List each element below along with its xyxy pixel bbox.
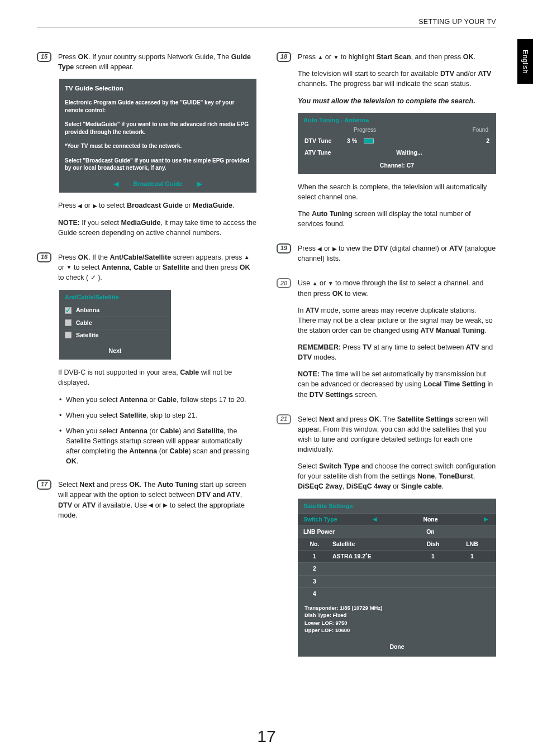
dtv-pct: 3 %: [347, 137, 357, 145]
progress-label: Progress: [354, 126, 376, 135]
step18-p3: You must allow the television to complet…: [298, 96, 496, 106]
progress-bar-icon: [364, 138, 374, 143]
nav-right-icon[interactable]: ▶: [480, 515, 492, 524]
section-header: SETTING UP YOUR TV: [37, 17, 496, 27]
channel-label: Channel: C7: [298, 159, 496, 174]
auto-tuning-title: Auto Tuning - Antenna: [298, 113, 496, 126]
next-button[interactable]: Next: [59, 341, 171, 360]
cable-option[interactable]: Cable: [59, 317, 171, 329]
step15-p2: Press ◀ or ▶ to select Broadcast Guide o…: [58, 200, 256, 210]
step18-p5: The Auto Tuning screen will display the …: [298, 209, 496, 229]
antcable-panel: Ant/Cable/Satellite Antenna Cable Satell…: [59, 290, 171, 360]
language-tab: English: [517, 39, 533, 84]
sat-row-3[interactable]: 3: [298, 575, 496, 587]
tv-guide-line2: Select "MediaGuide" if you want to use t…: [59, 118, 256, 140]
satellite-settings-panel: Satellite Settings Switch Type ◀ None ▶ …: [298, 499, 496, 657]
step17-p1: Select Next and press OK. The Auto Tunin…: [58, 480, 256, 520]
sat-info: Transponder: 1/85 (10729 MHz) Dish Type:…: [298, 600, 496, 638]
step20-p3: REMEMBER: Press TV at any time to select…: [298, 342, 496, 362]
checkbox-icon: [65, 319, 72, 326]
step-badge-15: 15: [37, 52, 51, 62]
nav-left-icon[interactable]: ◀: [369, 515, 380, 524]
page-number: 17: [0, 724, 533, 749]
step21-p2: Select Switch Type and choose the correc…: [298, 461, 496, 491]
step21-p1: Select Next and press OK. The Satellite …: [298, 414, 496, 455]
step16-p1: Press OK. If the Ant/Cable/Satellite scr…: [58, 252, 256, 283]
tv-guide-line4: Select "Broadcast Guide" if you want to …: [59, 155, 256, 176]
step-badge-16: 16: [37, 252, 51, 262]
antenna-option[interactable]: Antenna: [59, 304, 171, 316]
sat-title: Satellite Settings: [298, 499, 496, 513]
atv-label: ATV Tune: [304, 149, 340, 157]
step18-p4: When the search is complete, the televis…: [298, 182, 496, 202]
tv-guide-line3: *Your TV must be connected to the networ…: [59, 140, 256, 155]
tv-guide-panel: TV Guide Selection Electronic Program Gu…: [59, 79, 256, 193]
switch-type-row[interactable]: Switch Type ◀ None ▶: [298, 513, 496, 525]
step20-p2: In ATV mode, some areas may receive dupl…: [298, 305, 496, 336]
checkbox-checked-icon: [65, 307, 72, 314]
atv-waiting: Waiting...: [347, 149, 472, 157]
step15-p1: Press OK. If your country supports Netwo…: [58, 52, 256, 72]
step16-b3: When you select Antenna (or Cable) and S…: [58, 426, 256, 467]
found-label: Found: [473, 126, 488, 135]
step18-p1: Press ▲ or ▼ to highlight Start Scan, an…: [298, 52, 496, 62]
antcable-title: Ant/Cable/Satellite: [59, 290, 171, 304]
step20-p1: Use ▲ or ▼ to move through the list to s…: [298, 278, 496, 298]
step16-b1: When you select Antenna or Cable, follow…: [58, 395, 256, 405]
dtv-label: DTV Tune: [304, 137, 340, 145]
step-badge-18: 18: [277, 52, 291, 62]
done-button[interactable]: Done: [298, 638, 496, 657]
step15-note: NOTE: If you select MediaGuide, it may t…: [58, 218, 256, 238]
step18-p2: The television will start to search for …: [298, 69, 496, 89]
sat-row-1[interactable]: 1 ASTRA 19.2˚E 1 1: [298, 550, 496, 562]
nav-right-icon[interactable]: ▶: [197, 180, 202, 189]
sat-row-2[interactable]: 2: [298, 562, 496, 575]
auto-tuning-panel: Auto Tuning - Antenna ProgressFound DTV …: [298, 113, 496, 174]
sat-row-4[interactable]: 4: [298, 587, 496, 600]
lnb-power-row[interactable]: LNB Power On: [298, 525, 496, 538]
tv-guide-line1: Electronic Program Guide accessed by the…: [59, 97, 256, 118]
step19-p1: Press ◀ or ▶ to view the DTV (digital ch…: [298, 243, 496, 264]
sat-table-header: No. Satellite Dish LNB: [298, 538, 496, 550]
nav-left-icon[interactable]: ◀: [114, 180, 118, 189]
step16-p2: If DVB-C is not supported in your area, …: [58, 367, 256, 387]
step-badge-17: 17: [37, 480, 51, 490]
dtv-found: 2: [478, 137, 489, 145]
satellite-option[interactable]: Satellite: [59, 329, 171, 341]
step-badge-20: 20: [277, 278, 291, 288]
checkbox-icon: [65, 332, 72, 338]
step-badge-19: 19: [277, 243, 291, 253]
step20-p4: NOTE: The time will be set automatically…: [298, 369, 496, 399]
step16-b2: When you select Satellite, skip to step …: [58, 410, 256, 420]
broadcast-guide-option[interactable]: Broadcast Guide: [133, 180, 182, 189]
step-badge-21: 21: [277, 414, 291, 424]
tv-guide-title: TV Guide Selection: [59, 82, 256, 97]
